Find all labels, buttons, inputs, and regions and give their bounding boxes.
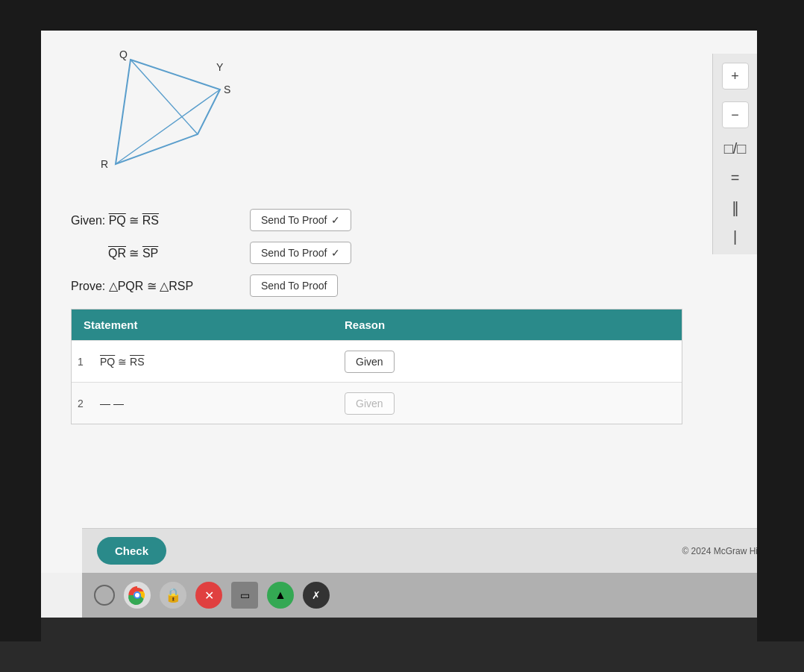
given-row-2: QR ≅ SP Send To Proof ✓	[71, 242, 727, 264]
send-to-proof-btn-1[interactable]: Send To Proof ✓	[250, 209, 351, 231]
main-content: Q S R Y Given: PQ ≅ RS Send To Proof ✓	[41, 30, 757, 573]
proof-table: Statement Reason 1 PQ ≅ RS Given 2	[71, 309, 682, 424]
plus-btn[interactable]: +	[722, 63, 749, 90]
r-label: R	[101, 158, 108, 170]
send-to-proof-label-3: Send To Proof	[261, 280, 327, 292]
given-btn-1[interactable]: Given	[345, 351, 395, 373]
desk-surface	[0, 641, 804, 672]
given-label-1: Given: PQ ≅ RS	[71, 213, 235, 227]
minus-btn[interactable]: −	[722, 101, 749, 128]
qr-overline: QR	[108, 247, 126, 260]
equals-symbol: =	[731, 169, 740, 186]
table-row: 1 PQ ≅ RS Given	[72, 340, 682, 382]
send-to-proof-btn-3[interactable]: Send To Proof	[250, 274, 338, 297]
row-reason-2: Given	[333, 383, 682, 424]
table-row: 2 — — Given	[72, 382, 682, 424]
y-label: Y	[216, 61, 224, 73]
geometry-figure: Q S R Y	[71, 45, 235, 194]
rs-overline: RS	[142, 214, 159, 227]
send-to-proof-label-1: Send To Proof	[261, 214, 327, 226]
svg-point-5	[135, 593, 139, 597]
check-mark-2: ✓	[331, 247, 340, 259]
right-bezel	[757, 0, 804, 672]
prove-label: Prove: △PQR ≅ △RSP	[71, 279, 235, 293]
screen: ≡ Question 3 of 8 (1 point) | Question A…	[41, 6, 757, 618]
check-mark-1: ✓	[331, 214, 340, 226]
side-toolbar: + − □/□ = ‖ |	[712, 54, 757, 254]
row-reason-1: Given	[333, 342, 682, 382]
congruent-2: ≅	[129, 247, 142, 260]
col-statement-header: Statement	[72, 310, 333, 340]
col-reason-header: Reason	[333, 310, 682, 340]
pq-overline: PQ	[109, 214, 126, 227]
given-label-2: QR ≅ SP	[71, 246, 235, 260]
fraction-symbol[interactable]: □/□	[724, 140, 747, 157]
prove-row: Prove: △PQR ≅ △RSP Send To Proof	[71, 274, 727, 297]
circle-nav-btn[interactable]	[94, 585, 115, 606]
prove-keyword: Prove: △PQR ≅ △RSP	[71, 280, 193, 292]
pipe-symbol: |	[733, 228, 737, 245]
taskbar: 🔒 ✕ ▭ ▲ ✗	[82, 573, 757, 618]
taskbar-icon-5[interactable]: ▲	[267, 582, 294, 609]
s-label: S	[224, 84, 230, 95]
taskbar-icon-6[interactable]: ✗	[303, 582, 330, 609]
parallel-symbol: ‖	[732, 198, 739, 216]
table-header: Statement Reason	[72, 310, 682, 340]
svg-marker-0	[116, 60, 220, 164]
check-button[interactable]: Check	[97, 537, 166, 565]
send-to-proof-btn-2[interactable]: Send To Proof ✓	[250, 242, 351, 264]
taskbar-icon-3[interactable]: ✕	[195, 582, 222, 609]
row-number-2: 2	[72, 398, 94, 409]
row-number-1: 1	[72, 356, 94, 368]
given-row-1: Given: PQ ≅ RS Send To Proof ✓	[71, 209, 727, 231]
copyright: © 2024 McGraw Hill LLC.	[682, 546, 757, 556]
row-statement-2: — —	[94, 389, 333, 418]
given-btn-2[interactable]: Given	[345, 392, 395, 415]
figure-container: Q S R Y	[71, 45, 727, 194]
sp-overline: SP	[142, 247, 158, 260]
taskbar-icon-2[interactable]: 🔒	[160, 582, 186, 609]
taskbar-icon-4[interactable]: ▭	[231, 582, 258, 609]
chrome-icon[interactable]	[124, 582, 151, 609]
bottom-bar: Check © 2024 McGraw Hill LLC.	[82, 528, 757, 573]
send-to-proof-label-2: Send To Proof	[261, 247, 327, 259]
left-bezel	[0, 0, 41, 672]
top-bezel	[0, 0, 804, 31]
row-statement-1: PQ ≅ RS	[94, 347, 333, 377]
q-label: Q	[119, 48, 128, 60]
congruent-1: ≅	[129, 214, 142, 227]
given-keyword-1: Given:	[71, 214, 109, 227]
proof-section: Given: PQ ≅ RS Send To Proof ✓ QR ≅ SP	[71, 209, 727, 297]
